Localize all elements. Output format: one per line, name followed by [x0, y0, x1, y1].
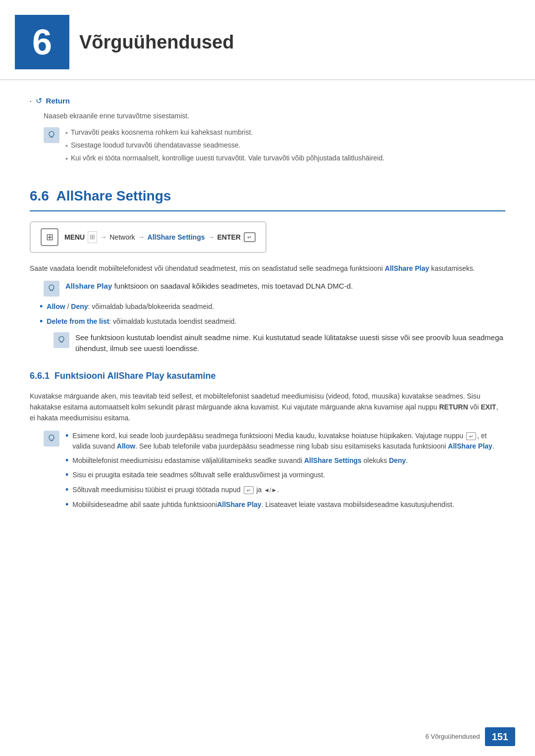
allshare-play-ref-3: AllShare Play: [217, 501, 262, 508]
page-number: 151: [485, 727, 515, 746]
section-6-6-bullets: • Allow / Deny: võimaldab lubada/blokeer…: [40, 302, 505, 327]
allshare-play-ref-note: Allshare Play: [65, 282, 112, 290]
menu-path-box: ⊞ MENU ⊞ → Network → AllShare Settings →…: [30, 221, 267, 253]
nav-arrows: ◄/►: [264, 487, 277, 494]
footer-chapter-text: 6 Võrguühendused: [426, 732, 480, 742]
page-footer: 6 Võrguühendused 151: [426, 727, 515, 746]
chapter-number: 6: [15, 15, 69, 69]
small-square-bullet: ▪: [30, 98, 32, 105]
661-bullet-dot-3: •: [65, 470, 68, 481]
delete-note-icon: [54, 332, 69, 348]
enter-icon-menu: ↵: [244, 232, 256, 242]
661-bullet-dot-1: •: [65, 431, 68, 442]
return-icon: ↺: [36, 95, 42, 107]
arrow-1: →: [100, 232, 107, 242]
661-bullet-3-text: Sisu ei pruugita esitada teie seadmes sõ…: [72, 470, 325, 480]
allshare-note-content: Allshare Play Allshare Play funktsioon o…: [65, 281, 505, 292]
delete-note-box: See funktsioon kustutab loendist ainult …: [54, 332, 505, 354]
section-6-6-1-note-svg: [47, 434, 56, 444]
menu-icon-box: ⊞: [41, 228, 58, 246]
661-bullet-4-text: Sõltuvalt meediumisisu tüübist ei pruugi…: [72, 485, 279, 495]
section-6-6-1-intro: Kuvatakse märguande aken, mis teavitab t…: [30, 391, 505, 424]
note-item-2: Sisestage loodud turvavõti ühendatavasse…: [65, 140, 505, 151]
bullet-dot-1: •: [40, 302, 43, 312]
661-bullet-dot-2: •: [65, 455, 68, 466]
bullet-allow-deny-text: Allow / Deny: võimaldab lubada/blokeerid…: [47, 302, 214, 312]
note-item-1: Turvavõti peaks koosnema rohkem kui kahe…: [65, 127, 505, 138]
661-bullet-4: • Sõltuvalt meediumisisu tüübist ei pruu…: [65, 485, 505, 496]
allshare-play-ref-2: AllShare Play: [448, 442, 492, 450]
allow-ref-1: Allow: [117, 442, 135, 450]
arrow-3: →: [208, 232, 214, 242]
deny-ref: Deny: [389, 456, 406, 464]
661-bullet-dot-4: •: [65, 485, 68, 496]
section-6-6-intro: Saate vaadata loendit mobiiltelefonidest…: [30, 263, 505, 274]
return-section: ▪ ↺ Return Naaseb ekraanile enne turvavõ…: [30, 95, 505, 166]
menu-network: Network: [109, 232, 135, 243]
section-6-6-1-heading: 6.6.1 Funktsiooni AllShare Play kasutami…: [30, 369, 505, 383]
661-bullet-1-text: Esimene kord, kui seade loob juurdepääsu…: [72, 431, 505, 452]
allshare-note-svg: [47, 284, 56, 294]
bullet-allow-deny: • Allow / Deny: võimaldab lubada/blokeer…: [40, 302, 505, 312]
enter-icon-2: ↵: [244, 486, 254, 494]
661-bullet-5: • Mobiilsideseadme abil saate juhtida fu…: [65, 500, 505, 510]
menu-allshare-settings: AllShare Settings: [148, 232, 205, 243]
allshare-note-box: Allshare Play Allshare Play funktsioon o…: [44, 281, 505, 297]
bullet-delete-text: Delete from the list: võimaldab kustutad…: [47, 316, 236, 327]
return-ref: RETURN: [439, 403, 468, 411]
note-icon: [44, 127, 59, 143]
note-item-3: Kui võrk ei tööta normaalselt, kontrolli…: [65, 153, 505, 164]
661-bullet-5-text: Mobiilsideseadme abil saate juhtida funk…: [72, 500, 454, 510]
661-bullet-2: • Mobiiltelefonist meediumisisu edastami…: [65, 455, 505, 466]
661-bullet-dot-5: •: [65, 500, 68, 510]
allshare-note-text: funktsioon on saadaval kõikides seadmete…: [114, 282, 353, 290]
return-note-box: Turvavõti peaks koosnema rohkem kui kahe…: [44, 127, 505, 166]
delete-from-list-label: Delete from the list: [47, 317, 109, 325]
bullet-dot-2: •: [40, 316, 43, 327]
return-note-content: Turvavõti peaks koosnema rohkem kui kahe…: [65, 127, 505, 166]
menu-label: MENU: [64, 232, 85, 243]
enter-icon-1: ↵: [466, 432, 476, 440]
section-6-6-1-note-box: • Esimene kord, kui seade loob juurdepää…: [44, 431, 505, 514]
note-svg-icon: [47, 130, 56, 140]
bullet-delete-from-list: • Delete from the list: võimaldab kustut…: [40, 316, 505, 327]
allshare-note-icon: [44, 281, 59, 297]
menu-path-grid-indicator: ⊞: [88, 231, 97, 243]
chapter-header: 6 Võrguühendused: [0, 0, 535, 80]
delete-note-content: See funktsioon kustutab loendist ainult …: [75, 332, 505, 354]
661-bullet-2-text: Mobiiltelefonist meediumisisu edastamise…: [72, 455, 408, 466]
menu-enter-label: ENTER: [217, 232, 241, 243]
return-text: Return: [46, 96, 70, 107]
separator: /: [65, 302, 71, 310]
section-6-6-1-note-icon: [44, 431, 59, 447]
deny-label: Deny: [71, 302, 88, 310]
return-description: Naaseb ekraanile enne turvavõtme sisesta…: [44, 111, 505, 121]
section-6-6-1-bullets-content: • Esimene kord, kui seade loob juurdepää…: [65, 431, 505, 514]
menu-grid-icon: ⊞: [46, 231, 54, 244]
661-bullet-1: • Esimene kord, kui seade loob juurdepää…: [65, 431, 505, 452]
return-label: ▪ ↺ Return: [30, 95, 505, 107]
arrow-2: →: [138, 232, 145, 242]
main-content: ▪ ↺ Return Naaseb ekraanile enne turvavõ…: [0, 95, 535, 549]
delete-note-svg: [56, 335, 66, 345]
exit-ref: EXIT: [481, 403, 496, 411]
allow-label: Allow: [47, 302, 65, 310]
allshare-settings-ref: AllShare Settings: [304, 456, 362, 464]
allshare-play-ref-1: AllShare Play: [385, 264, 429, 272]
section-6-6-heading: 6.6 AllShare Settings: [30, 186, 505, 211]
chapter-title: Võrguühendused: [79, 28, 234, 56]
661-bullet-3: • Sisu ei pruugita esitada teie seadmes …: [65, 470, 505, 481]
